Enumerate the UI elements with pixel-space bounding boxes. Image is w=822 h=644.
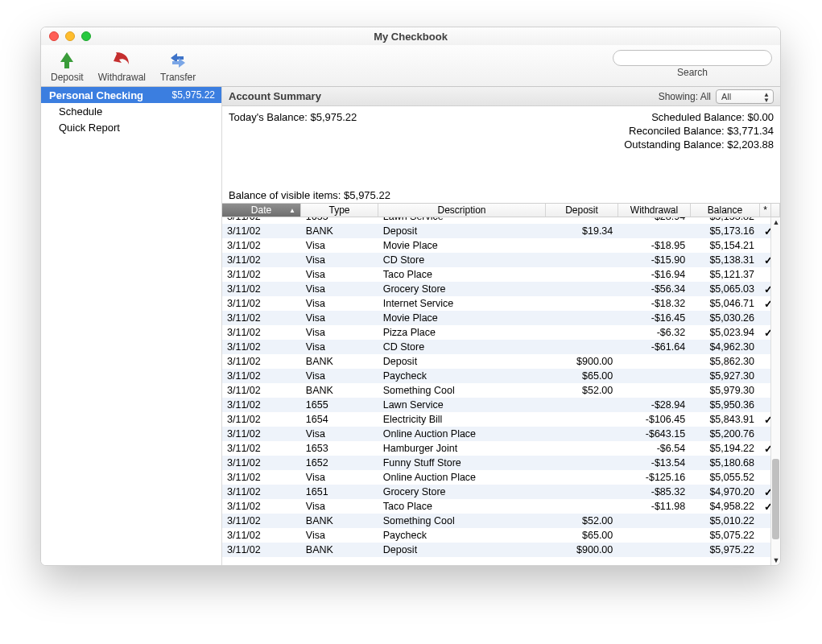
cell-description: Deposit [378, 544, 546, 555]
cell-reconciled: ✓ [759, 414, 770, 426]
col-description-label: Description [437, 204, 485, 216]
cell-balance: $4,970.20 [690, 486, 759, 497]
cell-description: Lawn Service [378, 217, 546, 222]
table-row[interactable]: 3/11/02BANKSomething Cool$52.00$5,979.30 [222, 383, 770, 398]
scroll-up-icon[interactable]: ▲ [771, 217, 780, 227]
cell-description: Online Auction Place [378, 472, 546, 483]
toolbar: Deposit Withdrawal Transfer [41, 45, 780, 87]
search-input[interactable] [613, 50, 772, 66]
cell-withdrawal: -$15.90 [618, 254, 690, 266]
scroll-thumb[interactable] [772, 459, 779, 539]
table-row[interactable]: 3/11/02VisaCD Store-$15.90$5,138.31✓ [222, 253, 770, 267]
table-row[interactable]: 3/11/02VisaCD Store-$61.64$4,962.30 [222, 340, 770, 354]
cell-balance: $5,065.03 [690, 283, 759, 295]
cell-type: Visa [301, 269, 378, 280]
table-row[interactable]: 3/11/02BANKDeposit$900.00$5,975.22 [222, 543, 770, 557]
table-row[interactable]: 3/11/02VisaTaco Place-$16.94$5,121.37 [222, 267, 770, 282]
showing-label: Showing: All [659, 91, 711, 102]
cell-type: Visa [301, 370, 378, 382]
showing-dropdown[interactable]: All ▲▼ [716, 89, 774, 104]
showing-dropdown-value: All [721, 92, 731, 101]
table-row[interactable]: 3/11/02BANKSomething Cool$52.00$5,010.22 [222, 514, 770, 528]
table-row[interactable]: 3/11/021651Grocery Store-$85.32$4,970.20… [222, 485, 770, 499]
cell-withdrawal: -$28.94 [618, 399, 690, 411]
table-row[interactable]: 3/11/02VisaInternet Service-$18.32$5,046… [222, 296, 770, 311]
visible-balance: Balance of visible items: $5,975.22 [229, 189, 774, 201]
cell-type: Visa [301, 254, 378, 266]
col-reconciled[interactable]: * [760, 204, 771, 217]
cell-description: CD Store [378, 254, 546, 266]
sidebar-quick-report[interactable]: Quick Report [41, 119, 221, 135]
cell-deposit: $19.34 [545, 225, 618, 237]
chevron-updown-icon: ▲▼ [763, 92, 770, 103]
cell-description: Something Cool [378, 515, 546, 526]
col-withdrawal[interactable]: Withdrawal [618, 204, 691, 217]
cell-date: 3/11/02 [222, 399, 301, 411]
col-type[interactable]: Type [301, 204, 378, 217]
table-row[interactable]: 3/11/021652Funny Stuff Store-$13.54$5,18… [222, 456, 770, 470]
cell-balance: $5,023.94 [690, 327, 759, 338]
col-date[interactable]: Date ▲ [222, 204, 301, 217]
cell-type: Visa [301, 240, 378, 251]
cell-withdrawal: -$643.15 [618, 428, 690, 440]
cell-description: Movie Place [378, 312, 546, 324]
table-row[interactable]: 3/11/02VisaMovie Place-$18.95$5,154.21 [222, 238, 770, 253]
deposit-button[interactable]: Deposit [51, 50, 84, 83]
table-row[interactable]: 3/11/021655Lawn Service-$28.94$5,950.36 [222, 398, 770, 412]
cell-type: 1655 [301, 217, 378, 222]
table-row[interactable]: 3/11/021653Hamburger Joint-$6.54$5,194.2… [222, 441, 770, 456]
col-deposit-label: Deposit [565, 204, 598, 216]
cell-withdrawal: -$13.54 [618, 457, 690, 469]
table-row[interactable]: 3/11/02VisaPizza Place-$6.32$5,023.94✓ [222, 325, 770, 340]
sidebar-account[interactable]: Personal Checking $5,975.22 [41, 87, 221, 103]
col-description[interactable]: Description [378, 204, 546, 217]
table-row[interactable]: 3/11/02BANKDeposit$19.34$5,173.16✓ [222, 224, 770, 238]
vertical-scrollbar[interactable]: ▲ ▼ [770, 217, 780, 565]
table-row[interactable]: 3/11/02VisaTaco Place-$11.98$4,958.22✓ [222, 499, 770, 514]
sidebar-schedule[interactable]: Schedule [41, 103, 221, 119]
cell-balance: $5,194.22 [690, 443, 759, 454]
scheduled-balance: Scheduled Balance: $0.00 [624, 111, 774, 123]
cell-date: 3/11/02 [222, 472, 301, 483]
col-type-label: Type [328, 204, 349, 216]
table-row[interactable]: 3/11/021654Electricity Bill-$106.45$5,84… [222, 412, 770, 427]
today-balance: Today's Balance: $5,975.22 [229, 111, 357, 152]
cell-withdrawal: -$106.45 [618, 414, 690, 425]
cell-reconciled: ✓ [759, 443, 770, 455]
table-row[interactable]: 3/11/02VisaOnline Auction Place-$643.15$… [222, 427, 770, 441]
cell-description: Something Cool [378, 385, 546, 396]
maximize-icon[interactable] [81, 31, 91, 41]
cell-withdrawal: -$16.94 [618, 269, 690, 280]
cell-type: BANK [301, 225, 378, 237]
scroll-down-icon[interactable]: ▼ [771, 555, 780, 565]
table-row[interactable]: 3/11/02BANKDeposit$900.00$5,862.30 [222, 354, 770, 369]
withdrawal-button[interactable]: Withdrawal [98, 50, 146, 83]
table-row[interactable]: 3/11/021655Lawn Service-$28.94$5,153.82 [222, 217, 770, 224]
col-balance-label: Balance [708, 204, 742, 216]
minimize-icon[interactable] [65, 31, 75, 41]
cell-description: Deposit [378, 225, 546, 237]
cell-deposit: $900.00 [545, 544, 618, 555]
cell-withdrawal: -$6.32 [618, 327, 690, 338]
table-row[interactable]: 3/11/02VisaOnline Auction Place-$125.16$… [222, 470, 770, 485]
cell-type: BANK [301, 544, 378, 555]
close-icon[interactable] [49, 31, 59, 41]
summary-area: Today's Balance: $5,975.22 Scheduled Bal… [222, 106, 780, 203]
cell-balance: $5,927.30 [690, 370, 759, 382]
table-row[interactable]: 3/11/02VisaPaycheck$65.00$5,927.30 [222, 369, 770, 383]
cell-date: 3/11/02 [222, 501, 301, 512]
titlebar: My Checkbook [41, 27, 780, 45]
cell-type: 1653 [301, 443, 378, 454]
window-title: My Checkbook [374, 31, 448, 43]
cell-date: 3/11/02 [222, 515, 301, 526]
col-deposit[interactable]: Deposit [546, 204, 618, 217]
cell-description: Lawn Service [378, 399, 546, 411]
transfer-button[interactable]: Transfer [160, 50, 196, 83]
table-row[interactable]: 3/11/02VisaGrocery Store-$56.34$5,065.03… [222, 282, 770, 296]
cell-type: Visa [301, 472, 378, 483]
col-balance[interactable]: Balance [691, 204, 760, 217]
table-row[interactable]: 3/11/02VisaPaycheck$65.00$5,075.22 [222, 528, 770, 543]
table-row[interactable]: 3/11/02VisaMovie Place-$16.45$5,030.26 [222, 311, 770, 325]
cell-type: 1651 [301, 486, 378, 497]
cell-reconciled: ✓ [759, 501, 770, 513]
